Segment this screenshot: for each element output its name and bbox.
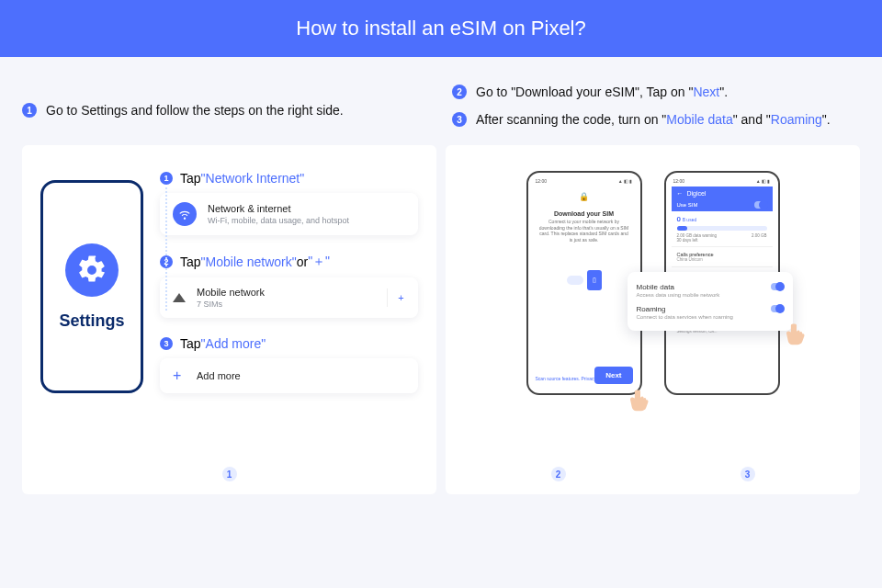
highlight-roaming: Roaming	[771, 112, 822, 127]
card-subtitle: 7 SIMs	[197, 300, 265, 309]
intro-line-1: 1 Go to Settings and follow the steps on…	[22, 103, 344, 118]
gear-icon	[65, 243, 119, 297]
data-usage: 0 B used 2.00 GB data warning 2.00 GB 30…	[672, 211, 773, 246]
intro-right: 2 Go to "Download your eSIM", Tap on "Ne…	[452, 85, 860, 127]
highlight: "Add more"	[201, 336, 266, 351]
intro-left: 1 Go to Settings and follow the steps on…	[22, 85, 430, 127]
panel-footer-badges: 1	[22, 467, 436, 481]
settings-label: Settings	[59, 311, 124, 331]
signal-icon	[173, 293, 186, 302]
panel-right: 12:00 ▲ ◧ ▮ 🔒 Download your SIM Connect …	[446, 145, 860, 494]
carrier-name: Digicel	[686, 190, 706, 197]
sim-icon: ▯	[587, 270, 602, 290]
toggle-icon	[771, 283, 784, 290]
intro-text-3: After scanning the code, turn on "Mobile…	[476, 112, 831, 127]
intro-line-3: 3 After scanning the code, turn on "Mobi…	[452, 112, 860, 127]
network-internet-card[interactable]: Network & internet Wi-Fi, mobile, data u…	[160, 193, 418, 235]
page-title: How to install an eSIM on Pixel?	[296, 17, 586, 40]
panel-left: Settings 1 Tap "Network Internet"	[22, 145, 436, 494]
substep-badge: 3	[160, 337, 173, 350]
step-2: 2 Tap "Mobile network" or "＋" Mobile net…	[160, 254, 418, 318]
download-sim-title: Download your SIM	[534, 210, 635, 217]
step-3: 3 Tap "Add more" + Add more	[160, 336, 418, 393]
step-number-badge: 3	[452, 112, 467, 127]
hand-pointer-icon	[628, 384, 653, 413]
substep-badge: 1	[160, 172, 173, 185]
phone-carrier-settings-wrap: 12:00 ▲ ◧ ▮ ← Digicel Use SIM 0 B used	[664, 171, 780, 395]
cloud-icon	[567, 276, 583, 285]
overlay-toggles-card: Mobile data Access data using mobile net…	[628, 272, 793, 331]
status-icons: ▲ ◧ ▮	[618, 178, 633, 184]
steps-column: 1 Tap "Network Internet" Network & inter…	[160, 171, 418, 393]
highlight: "＋"	[308, 254, 330, 270]
panels: Settings 1 Tap "Network Internet"	[0, 136, 882, 513]
overlay-mobile-data[interactable]: Mobile data Access data using mobile net…	[637, 279, 784, 301]
add-network-plus[interactable]: +	[387, 288, 405, 307]
highlight-mobile-data: Mobile data	[666, 112, 732, 127]
highlight: "Mobile network"	[201, 254, 297, 269]
wifi-icon	[173, 202, 197, 226]
overlay-roaming[interactable]: Roaming Connect to data services when ro…	[637, 301, 784, 323]
usage-bar	[677, 226, 767, 231]
step-number-badge: 2	[452, 85, 467, 99]
highlight-next: Next	[693, 85, 719, 99]
toggle-icon	[771, 305, 784, 312]
hand-pointer-icon	[784, 318, 809, 347]
next-button[interactable]: Next	[594, 367, 632, 384]
intro-line-2: 2 Go to "Download your eSIM", Tap on "Ne…	[452, 85, 860, 99]
footer-badge: 2	[551, 467, 566, 481]
card-title: Add more	[197, 370, 241, 381]
dotted-connector	[165, 187, 167, 311]
plus-icon: +	[173, 368, 186, 384]
add-more-card[interactable]: + Add more	[160, 358, 418, 393]
footer-badge: 1	[222, 467, 237, 481]
highlight: "Network Internet"	[201, 171, 305, 186]
intro-text-1: Go to Settings and follow the steps on t…	[46, 103, 344, 118]
card-subtitle: Wi-Fi, mobile, data usage, and hotspot	[208, 216, 349, 225]
phone-download-sim: 12:00 ▲ ◧ ▮ 🔒 Download your SIM Connect …	[526, 171, 642, 395]
status-bar: 12:00 ▲ ◧ ▮	[534, 178, 635, 187]
settings-phone-illustration: Settings	[40, 180, 143, 393]
page-header: How to install an eSIM on Pixel?	[0, 0, 882, 57]
intro-text-2: Go to "Download your eSIM", Tap on "Next…	[476, 85, 728, 99]
panel-footer-badges: 2 3	[446, 467, 860, 481]
lock-icon: 🔒	[534, 192, 635, 201]
status-icons: ▲ ◧ ▮	[756, 178, 771, 184]
toggle-icon	[754, 201, 767, 209]
intro-section: 1 Go to Settings and follow the steps on…	[0, 57, 882, 136]
use-sim-row[interactable]: Use SIM	[672, 198, 773, 211]
phone-download-sim-wrap: 12:00 ▲ ◧ ▮ 🔒 Download your SIM Connect …	[526, 171, 642, 395]
status-bar: 12:00 ▲ ◧ ▮	[672, 178, 773, 187]
card-title: Mobile network	[197, 287, 265, 298]
card-title: Network & internet	[208, 203, 349, 214]
mobile-network-card[interactable]: Mobile network 7 SIMs +	[160, 277, 418, 318]
carrier-header: ← Digicel	[672, 187, 773, 198]
download-sim-desc: Connect to your mobile network by downlo…	[534, 217, 635, 244]
row-calls-pref[interactable]: Calls preference China Unicom	[672, 246, 773, 266]
back-icon[interactable]: ←	[677, 190, 684, 197]
step-1: 1 Tap "Network Internet" Network & inter…	[160, 171, 418, 235]
step-number-badge: 1	[22, 103, 37, 118]
footer-badge: 3	[741, 467, 755, 481]
cloud-sim-illustration: ▯	[534, 270, 635, 290]
